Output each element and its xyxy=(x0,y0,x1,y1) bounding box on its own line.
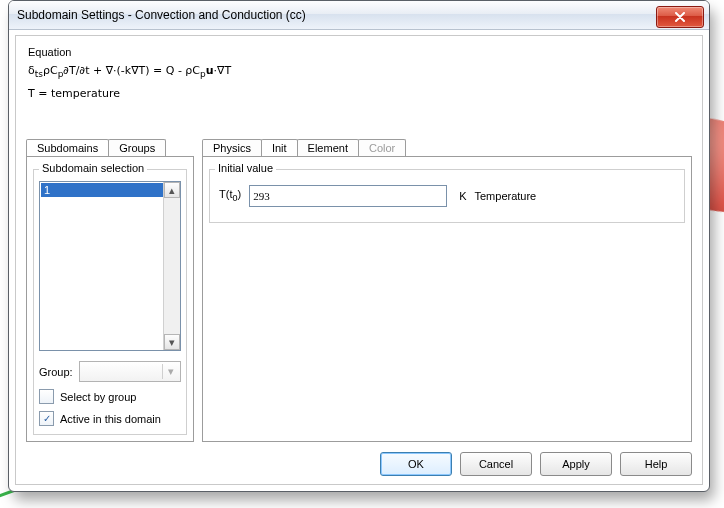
titlebar: Subdomain Settings - Convection and Cond… xyxy=(9,1,709,30)
right-tabstrip: Physics Init Element Color xyxy=(202,136,692,156)
equation-label: Equation xyxy=(28,46,692,58)
subdomain-selection-label: Subdomain selection xyxy=(39,162,147,174)
initial-value-label: Initial value xyxy=(215,162,276,174)
group-combo[interactable]: ▾ xyxy=(79,361,181,382)
unit-label: K xyxy=(459,190,466,202)
tab-init[interactable]: Init xyxy=(261,139,298,156)
active-in-domain-checkbox[interactable]: ✓ xyxy=(39,411,54,426)
tab-groups[interactable]: Groups xyxy=(108,139,166,156)
field-description: Temperature xyxy=(474,190,536,202)
subdomain-panel: Subdomain selection 1 ▴ ▾ Group: xyxy=(26,156,194,442)
equation-temperature: T = temperature xyxy=(28,87,692,100)
scroll-down-icon[interactable]: ▾ xyxy=(164,334,180,350)
select-by-group-checkbox[interactable] xyxy=(39,389,54,404)
apply-button[interactable]: Apply xyxy=(540,452,612,476)
button-bar: OK Cancel Apply Help xyxy=(380,452,692,476)
scrollbar[interactable]: ▴ ▾ xyxy=(163,182,180,350)
client-area: Equation δtsρCp∂T/∂t + ∇·(-k∇T) = Q - ρC… xyxy=(15,35,703,485)
help-button[interactable]: Help xyxy=(620,452,692,476)
chevron-down-icon: ▾ xyxy=(162,364,178,379)
active-in-domain-label: Active in this domain xyxy=(60,413,161,425)
subdomain-listbox[interactable]: 1 ▴ ▾ xyxy=(39,181,181,351)
tab-subdomains[interactable]: Subdomains xyxy=(26,139,109,156)
window-title: Subdomain Settings - Convection and Cond… xyxy=(17,8,306,22)
tab-physics[interactable]: Physics xyxy=(202,139,262,156)
scroll-up-icon[interactable]: ▴ xyxy=(164,182,180,198)
close-button[interactable] xyxy=(656,6,704,28)
left-tabstrip: Subdomains Groups xyxy=(26,136,194,156)
cancel-button[interactable]: Cancel xyxy=(460,452,532,476)
dialog-subdomain-settings: Subdomain Settings - Convection and Cond… xyxy=(8,0,710,492)
init-panel: Initial value T(t0) K Temperature xyxy=(202,156,692,442)
equation-expression: δtsρCp∂T/∂t + ∇·(-k∇T) = Q - ρCpu·∇T xyxy=(28,64,692,79)
tab-element[interactable]: Element xyxy=(297,139,359,156)
select-by-group-label: Select by group xyxy=(60,391,136,403)
init-field-label: T(t0) xyxy=(219,188,241,203)
temperature-input[interactable] xyxy=(249,185,447,207)
list-item[interactable]: 1 xyxy=(41,183,163,197)
close-icon xyxy=(674,12,686,22)
tab-color: Color xyxy=(358,139,406,156)
ok-button[interactable]: OK xyxy=(380,452,452,476)
group-label: Group: xyxy=(39,366,73,378)
